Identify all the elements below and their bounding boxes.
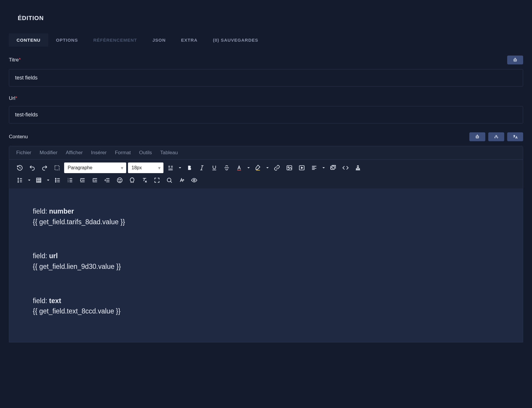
svg-point-25 (167, 178, 171, 182)
chevron-down-icon (179, 166, 181, 169)
font-size-select[interactable]: 18px ▾ (128, 162, 163, 173)
decrease-indent-button[interactable] (102, 175, 113, 186)
strikethrough-icon (223, 165, 230, 171)
clear-format-button[interactable] (139, 175, 150, 186)
numbered-list-button[interactable]: 123 (65, 175, 75, 186)
table-icon (35, 177, 42, 183)
menu-tableau[interactable]: Tableau (160, 150, 178, 156)
gallery-button[interactable] (328, 162, 338, 173)
content-ai-button[interactable] (469, 132, 485, 141)
bullet-list-button[interactable] (52, 175, 63, 186)
menu-afficher[interactable]: Afficher (66, 150, 82, 156)
font-size-increase-button[interactable] (176, 175, 187, 186)
tabs: CONTENU OPTIONS RÉFÉRENCEMENT JSON EXTRA… (9, 33, 523, 47)
numbered-list-icon: 123 (67, 177, 73, 183)
text-color-icon (236, 165, 242, 171)
media-button[interactable] (296, 162, 307, 173)
chevron-down-icon: ▾ (158, 165, 160, 171)
strikethrough-button[interactable] (221, 162, 232, 173)
undo-button[interactable] (27, 162, 38, 173)
svg-point-17 (55, 180, 56, 181)
emoji-button[interactable] (114, 175, 125, 186)
code-icon (342, 165, 349, 171)
svg-point-5 (476, 137, 477, 137)
stamp-icon (355, 165, 361, 171)
line-height-icon (17, 177, 23, 183)
clear-format-icon (141, 177, 148, 183)
chevron-down-icon (28, 179, 31, 182)
svg-point-2 (515, 60, 516, 61)
chevron-down-icon: ▾ (121, 165, 123, 171)
content-typography-button[interactable] (488, 132, 504, 141)
blocks-button[interactable] (165, 162, 176, 173)
content-label: Contenu (9, 134, 28, 140)
bold-icon (186, 165, 193, 171)
align-dropdown[interactable] (321, 166, 326, 169)
image-button[interactable] (284, 162, 295, 173)
chevron-down-icon (247, 166, 250, 169)
history-button[interactable] (14, 162, 25, 173)
italic-button[interactable] (197, 162, 207, 173)
tab-sauvegardes[interactable]: (0) SAUVEGARDES (205, 33, 266, 47)
content-paragraph: field: text {{ get_field.text_8ccd.value… (33, 296, 499, 317)
tab-extra[interactable]: EXTRA (173, 33, 205, 47)
tab-contenu[interactable]: CONTENU (9, 33, 48, 47)
fullscreen-icon (154, 177, 160, 183)
text-color-button[interactable] (234, 162, 244, 173)
stamp-button[interactable] (353, 162, 363, 173)
rich-text-editor: Fichier Modifier Afficher Insérer Format… (9, 146, 523, 342)
eye-icon (191, 177, 197, 183)
indent-button[interactable] (90, 175, 100, 186)
code-button[interactable] (340, 162, 351, 173)
title-ai-button[interactable] (507, 56, 523, 64)
editor-menubar: Fichier Modifier Afficher Insérer Format… (9, 146, 523, 159)
block-format-select[interactable]: Paragraphe ▾ (64, 162, 126, 173)
fullscreen-button[interactable] (152, 175, 162, 186)
text-loop-icon (494, 134, 499, 139)
menu-format[interactable]: Format (115, 150, 131, 156)
svg-point-18 (55, 181, 56, 182)
svg-point-12 (288, 167, 289, 168)
svg-point-23 (119, 179, 119, 180)
bold-button[interactable] (184, 162, 195, 173)
menu-modifier[interactable]: Modifier (40, 150, 57, 156)
tab-options[interactable]: OPTIONS (48, 33, 86, 47)
underline-button[interactable] (209, 162, 220, 173)
highlight-button[interactable] (253, 162, 263, 173)
align-left-icon (311, 165, 317, 171)
editor-content-area[interactable]: field: number {{ get_field.tarifs_8dad.v… (9, 188, 523, 342)
blocks-dropdown[interactable] (178, 166, 182, 169)
menu-fichier[interactable]: Fichier (16, 150, 31, 156)
table-dropdown[interactable] (46, 179, 51, 182)
special-char-button[interactable] (127, 175, 137, 186)
chevron-down-icon (47, 179, 50, 182)
menu-inserer[interactable]: Insérer (91, 150, 107, 156)
svg-point-3 (515, 58, 515, 58)
chevron-down-icon (322, 166, 325, 169)
robot-icon (475, 134, 480, 139)
menu-outils[interactable]: Outils (139, 150, 152, 156)
content-translate-button[interactable] (507, 132, 523, 141)
svg-point-26 (193, 179, 195, 181)
editor-toolbar: Paragraphe ▾ 18px ▾ (9, 159, 523, 188)
preview-button[interactable] (189, 175, 200, 186)
redo-button[interactable] (39, 162, 50, 173)
tab-json[interactable]: JSON (145, 33, 173, 47)
select-all-button[interactable] (52, 162, 62, 173)
table-button[interactable] (33, 175, 44, 186)
line-height-dropdown[interactable] (27, 179, 32, 182)
highlight-icon (255, 165, 261, 171)
svg-rect-9 (237, 170, 241, 170)
outdent-button[interactable] (77, 175, 88, 186)
url-input[interactable] (9, 106, 523, 123)
bullet-list-icon (54, 177, 61, 183)
outdent-icon (79, 177, 86, 183)
align-button[interactable] (309, 162, 319, 173)
search-button[interactable] (164, 175, 175, 186)
link-button[interactable] (272, 162, 282, 173)
text-color-dropdown[interactable] (246, 166, 251, 169)
content-paragraph: field: url {{ get_field.lien_9d30.value … (33, 251, 499, 272)
line-height-button[interactable] (14, 175, 25, 186)
highlight-dropdown[interactable] (265, 166, 270, 169)
title-input[interactable] (9, 69, 523, 87)
